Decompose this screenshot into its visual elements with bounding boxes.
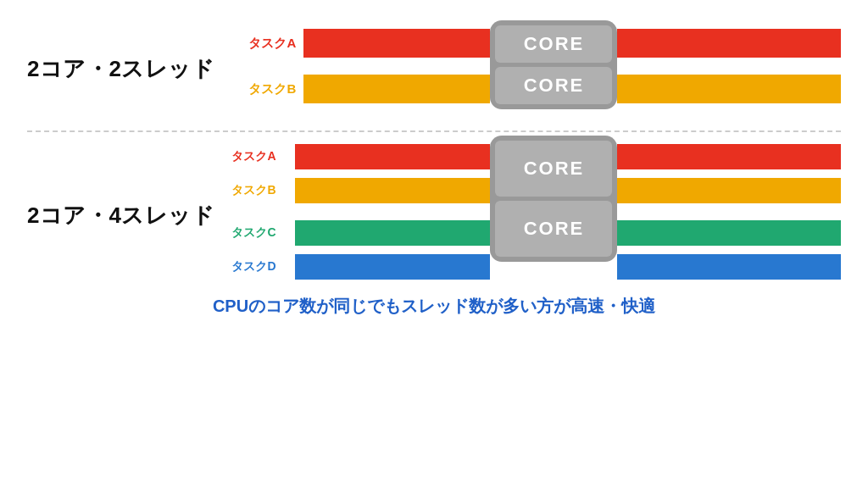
bar-a-left-bot [295,144,490,169]
bar-b-right-bot [617,178,841,203]
task-a-label-bot: タスクA [231,149,275,164]
cpu-chip-bottom: CORE CORE [490,136,617,262]
top-section-label: 2コア・2スレッド [27,54,214,84]
footer-text: CPUのコア数が同じでもスレッド数が多い方が高速・快適 [27,291,841,318]
task-a-label-top: タスクA [248,36,296,52]
bar-c-right-bot [617,220,841,246]
bottom-diagram: タスクA タスクB タスクC タスクD [214,139,841,291]
page: 2コア・2スレッド タスクA タスクB CORE CORE [0,0,868,488]
bar-b-right [617,75,841,103]
bar-a-right [617,29,841,58]
core-2-top: CORE [495,67,612,104]
task-d-label-bot: タスクD [231,259,275,274]
bottom-section-label: 2コア・4スレッド [27,201,214,230]
cpu-chip-top: CORE CORE [490,20,617,109]
task-b-label-top: タスクB [248,81,296,97]
task-c-label-bot: タスクC [231,225,275,241]
core-1-top: CORE [495,25,612,63]
task-b-label-bot: タスクB [231,183,275,198]
bar-a-left [303,29,490,58]
core-1-bottom: CORE [495,141,612,197]
bar-a-right-bot [617,144,841,169]
bottom-section: 2コア・4スレッド タスクA タスクB タスクC タスク [27,139,841,291]
bar-c-left-bot [295,220,490,246]
core-2-bottom: CORE [495,201,612,257]
top-section: 2コア・2スレッド タスクA タスクB CORE CORE [27,14,841,124]
section-divider [27,130,841,132]
top-diagram: タスクA タスクB CORE CORE [214,14,841,124]
bar-d-right-bot [617,254,841,280]
bar-b-left [303,75,490,103]
bar-d-left-bot [295,254,490,280]
bar-b-left-bot [295,178,490,203]
